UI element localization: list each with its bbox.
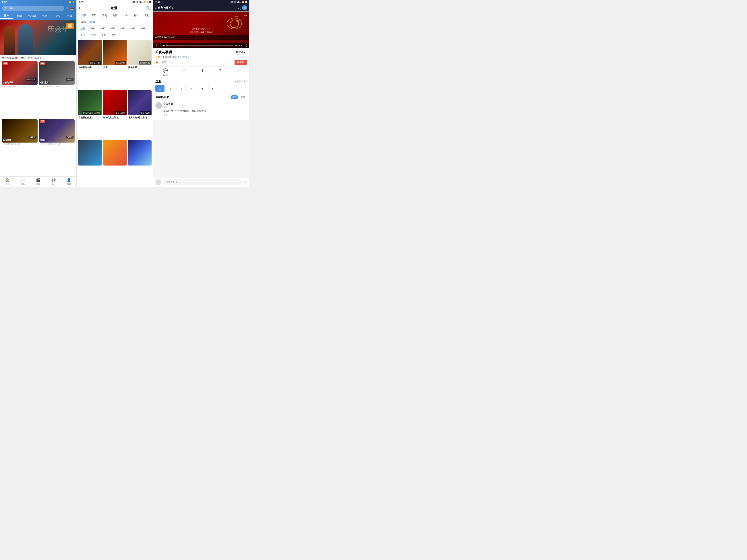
sort-hot-button[interactable]: 最热: [231, 95, 238, 99]
reviewer-name: 官方客服: [163, 102, 242, 106]
region-mainland[interactable]: 内地: [88, 20, 97, 25]
home-icon: 🏠: [5, 178, 10, 182]
nav-tab-zongyi[interactable]: 综艺: [51, 14, 63, 19]
bottom-nav-rank-label: 排行: [21, 183, 25, 185]
sort-newest[interactable]: 最新: [99, 33, 108, 37]
nav-tab-xinju[interactable]: 新剧: [13, 14, 26, 19]
reviews-section: 全部影评 (1) 最热 最新 官方客服 刚刚 发表讨论，分享您的看法，祝您观影愉…: [153, 94, 249, 119]
comment-action[interactable]: 💬 1评论: [163, 69, 168, 76]
list-item[interactable]: [103, 140, 127, 185]
nav-tab-dianying[interactable]: 电影: [38, 14, 51, 19]
genre-filter-action[interactable]: 动作: [121, 13, 130, 18]
sort-rating[interactable]: 评分: [109, 33, 119, 37]
video-player[interactable]: 友可获取免广告特权 国产电视剧发行许可证 （浙）剧审字（2024）第005号 ✏…: [153, 12, 249, 48]
bottom-nav-home[interactable]: 🏠 首页: [0, 178, 15, 185]
back-button[interactable]: ‹: [155, 6, 156, 10]
episode-button-4[interactable]: 4: [187, 85, 196, 92]
search-extra-icons: ⬇ 📤: [66, 6, 74, 10]
pause-button[interactable]: ⏸: [155, 44, 158, 47]
more-options-icon[interactable]: ⋮: [243, 102, 247, 116]
episode-button-2[interactable]: 2: [166, 85, 175, 92]
year-all[interactable]: 全部: [79, 26, 87, 31]
reply-button[interactable]: 回复: [163, 113, 168, 116]
list-item[interactable]: Swallow更新至139集 吞噬星空全集: [78, 90, 102, 139]
like-action[interactable]: ♡: [183, 69, 186, 76]
bottom-nav-profile[interactable]: 👤 我的: [61, 178, 76, 185]
list-item[interactable]: [128, 140, 152, 185]
card-desc: 陈哲远葛远携手反特 守"沪"...: [2, 85, 37, 89]
year-2022[interactable]: 2022: [108, 26, 117, 31]
intro-link[interactable]: 简介: [183, 56, 187, 59]
sort-new-button[interactable]: 最新: [239, 95, 247, 99]
download-action[interactable]: ⬇: [201, 69, 204, 76]
list-item[interactable]: 更新至182集 完美世界: [128, 40, 152, 89]
comment-placeholder: 我来说几句: [165, 181, 177, 184]
list-item[interactable]: 更新至10集 斩神之凡尘神域: [103, 90, 127, 139]
sort-hot[interactable]: 最热: [89, 33, 98, 37]
upload-icon[interactable]: 📤: [70, 6, 74, 10]
genre-filter-row: 全部 冒险 喜剧 剧情 动作 科幻 玄幻: [77, 12, 153, 19]
download-icon[interactable]: ⬇: [66, 6, 69, 10]
year-2020[interactable]: 2020: [128, 26, 137, 31]
region-all[interactable]: 全部: [79, 20, 88, 25]
update-button[interactable]: 催更新: [234, 60, 247, 65]
help-action[interactable]: ?: [219, 69, 221, 76]
reviews-title: 全部影评 (1): [155, 96, 171, 99]
tv-cast-button[interactable]: TV: [235, 6, 241, 10]
nav-tab-dianshiju[interactable]: 电视剧: [26, 14, 38, 19]
search-bar: 🔍 搜索 ⬇ 📤: [0, 4, 76, 12]
banner[interactable]: 庆余年 全网独播 庆余年第二季:张若昀携原班人马喜爽回归......: [0, 20, 76, 55]
year-2021[interactable]: 2021: [118, 26, 127, 31]
nav-tab-tuijian[interactable]: 推荐: [0, 14, 13, 19]
list-item[interactable]: 更新至56集 仙逆: [103, 40, 127, 89]
year-2023[interactable]: 2023: [98, 26, 107, 31]
review-item: 官方客服 刚刚 发表讨论，分享您的看法，祝您观影愉快！ 回复 ⋮: [155, 101, 247, 118]
episodes-grid: 1 2 3 4 5 6: [155, 85, 247, 92]
comment-input[interactable]: 我来说几句: [163, 179, 242, 185]
list-item[interactable]: 更新至114集 斗破苍穹年番: [78, 40, 102, 89]
user-avatar-button[interactable]: 谭: [242, 5, 247, 10]
episode-button-5[interactable]: 5: [198, 85, 207, 92]
genre-filter-all[interactable]: 全部: [79, 13, 88, 18]
search-icon[interactable]: 🔍: [146, 6, 151, 10]
source-dropdown[interactable]: 播放源 ▾: [234, 50, 247, 55]
year-2019[interactable]: 2019: [138, 26, 147, 31]
episode-button-3[interactable]: 3: [177, 85, 186, 92]
episode-button-1[interactable]: 1: [155, 85, 164, 92]
card-anye[interactable]: 热播 更新至27集 暗夜与黎明: [2, 61, 37, 85]
genre-filter-scifi[interactable]: 科幻: [132, 13, 141, 18]
episode-badge: 更新至114集: [89, 61, 101, 64]
hot-badge: 热播: [3, 62, 8, 65]
year-filter-row: 全部 2024 2023 2022 2021 2020 2019: [77, 26, 153, 32]
list-item[interactable]: 更新至68集 斗罗大陆2绝世唐门: [128, 90, 152, 139]
edit-icon[interactable]: ✏: [243, 180, 247, 185]
progress-bar[interactable]: [166, 45, 233, 46]
review-text: 发表讨论，分享您的看法，祝您观影愉快！: [163, 109, 242, 113]
bottom-nav-rank[interactable]: 📊 排行: [15, 178, 31, 185]
like-icon: ♡: [183, 69, 186, 73]
year-2024[interactable]: 2024: [88, 26, 97, 31]
genre-filter-drama[interactable]: 剧情: [110, 13, 120, 18]
player-header: ‹ 暗夜与黎明 1 TV 谭: [153, 4, 249, 12]
list-item[interactable]: [78, 140, 102, 185]
share-action[interactable]: ↗: [236, 69, 239, 76]
genre-filter-fantasy[interactable]: 玄幻: [142, 13, 151, 18]
search-input[interactable]: 🔍 搜索: [2, 6, 64, 11]
card-zhenxiang[interactable]: 热播 12集全 真相背后: [39, 61, 75, 85]
back-button[interactable]: ‹: [79, 6, 80, 10]
edit-icon[interactable]: ✏: [244, 14, 247, 17]
list-item: 热播 更新至27集 暗夜与黎明 陈哲远葛远携手反特 守"沪"...: [2, 61, 37, 117]
genre-filter-comedy[interactable]: 喜剧: [100, 13, 109, 18]
download-icon: ⬇: [201, 69, 204, 73]
bottom-nav-promo[interactable]: 📢 推广: [46, 178, 61, 185]
nav-tab-dongman[interactable]: 动漫: [63, 14, 76, 19]
pip-button[interactable]: ⊡: [241, 44, 243, 47]
genre-filter-adventure[interactable]: 冒险: [89, 13, 99, 18]
episodes-more-link[interactable]: 更新至27集 ›: [234, 80, 247, 83]
sort-default[interactable]: 排序: [79, 33, 88, 37]
card-bianshui[interactable]: 21集全 边水往事: [2, 119, 37, 142]
episode-button-6[interactable]: 6: [208, 85, 217, 92]
fullscreen-button[interactable]: ⛶: [244, 44, 247, 47]
bottom-nav-find[interactable]: 🎬 找片: [31, 178, 46, 185]
card-liuzhou[interactable]: 热播 40集全 柳舟记: [39, 119, 75, 142]
